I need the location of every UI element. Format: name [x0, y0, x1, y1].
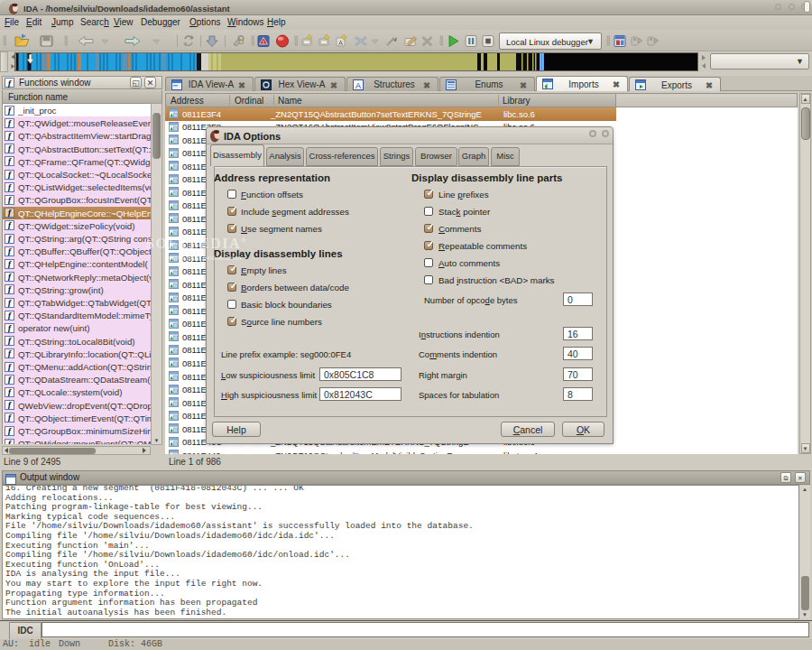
svg-text:A: A	[338, 40, 343, 46]
svg-text:!: !	[263, 40, 264, 45]
